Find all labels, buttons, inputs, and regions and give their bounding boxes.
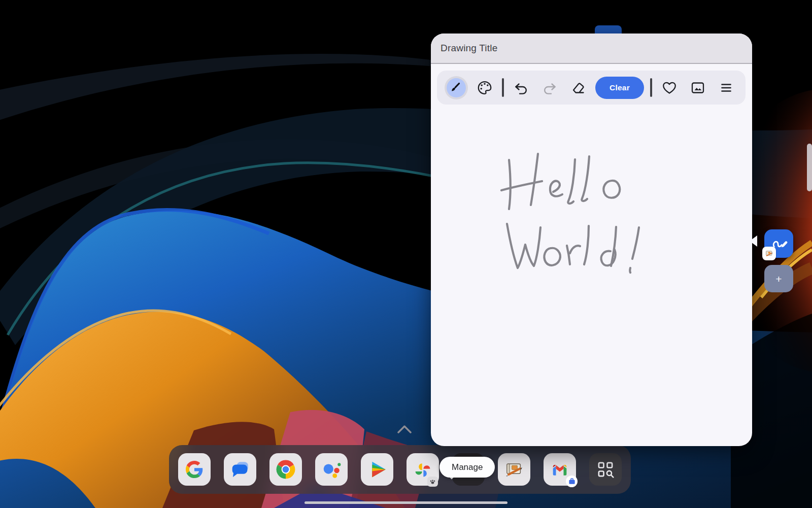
undo-icon <box>513 80 529 96</box>
dock-app-gmail[interactable] <box>544 453 576 486</box>
redo-button[interactable] <box>538 77 561 99</box>
redo-icon <box>542 80 558 96</box>
dock-app-google[interactable] <box>178 453 211 486</box>
add-bubble-button[interactable]: + <box>764 265 793 292</box>
scrollbar-pill[interactable] <box>807 144 812 191</box>
palette-tool-button[interactable] <box>473 77 496 99</box>
dock-app-chrome[interactable] <box>269 453 302 486</box>
toolbar-divider <box>502 78 504 97</box>
paw-badge <box>427 477 438 487</box>
taskbar-dock <box>169 445 631 494</box>
bubble-pointer <box>750 235 757 247</box>
hamburger-menu-icon <box>718 80 734 96</box>
eraser-icon <box>570 80 586 96</box>
notes-app-icon <box>503 458 525 481</box>
gesture-navigation-bar[interactable] <box>304 501 507 504</box>
drawing-toolbar: Clear <box>437 71 746 105</box>
dock-app-play-store[interactable] <box>361 453 393 486</box>
menu-button[interactable] <box>715 77 737 99</box>
favorite-button[interactable] <box>658 77 681 99</box>
drawing-app-window: Hello World! Drawing Title <box>431 33 752 446</box>
brush-icon <box>448 80 464 96</box>
android-tablet-desktop: Hello World! Drawing Title <box>0 0 812 508</box>
messages-icon <box>229 459 251 480</box>
gmail-icon <box>550 459 570 480</box>
clear-button[interactable]: Clear <box>595 77 644 99</box>
work-profile-badge <box>566 476 578 487</box>
google-icon <box>186 461 203 478</box>
dock-app-assistant[interactable] <box>315 453 348 486</box>
window-titlebar[interactable]: Drawing Title <box>431 33 752 64</box>
notes-app-mini-icon <box>764 249 774 258</box>
heart-icon <box>661 80 678 96</box>
image-icon <box>690 80 706 96</box>
notes-app-badge <box>762 247 776 260</box>
dock-app-notes[interactable] <box>498 453 530 486</box>
drawing-bubble-button[interactable] <box>764 229 793 258</box>
paw-icon <box>429 478 436 485</box>
palette-icon <box>477 80 493 96</box>
chrome-icon <box>275 459 296 480</box>
play-store-icon <box>366 459 388 480</box>
manage-button[interactable]: Manage <box>439 457 495 478</box>
plus-icon: + <box>775 274 782 284</box>
briefcase-icon <box>568 478 576 485</box>
dock-app-drawer[interactable] <box>589 453 622 486</box>
app-drawer-search-icon <box>595 459 616 480</box>
insert-image-button[interactable] <box>687 77 709 99</box>
assistant-icon <box>320 458 343 481</box>
undo-button[interactable] <box>510 77 532 99</box>
eraser-tool-button[interactable] <box>567 77 589 99</box>
dock-app-photos[interactable] <box>407 453 439 486</box>
brush-tool-button[interactable] <box>445 77 467 99</box>
dock-app-messages[interactable] <box>224 453 256 486</box>
chevron-up-icon[interactable] <box>397 425 412 433</box>
window-title: Drawing Title <box>441 43 497 54</box>
toolbar-divider <box>650 78 652 97</box>
